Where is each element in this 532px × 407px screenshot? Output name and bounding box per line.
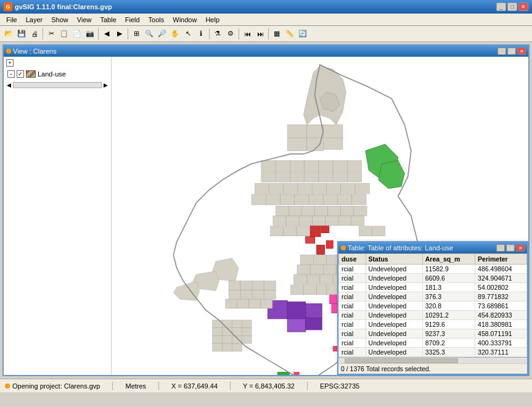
- svg-rect-63: [240, 281, 252, 290]
- tb-open[interactable]: 📂: [2, 28, 15, 40]
- svg-rect-28: [298, 183, 312, 194]
- table-cell: 454.820933: [475, 311, 527, 320]
- svg-rect-108: [300, 255, 313, 265]
- svg-rect-40: [352, 194, 366, 205]
- svg-rect-95: [354, 206, 367, 216]
- view-minimize[interactable]: _: [497, 47, 506, 55]
- close-button[interactable]: ✕: [518, 2, 528, 11]
- tb-select[interactable]: ↖: [182, 28, 194, 40]
- table-cell: 320.8: [422, 302, 475, 311]
- menu-table[interactable]: Table: [96, 15, 120, 24]
- svg-rect-91: [301, 206, 314, 216]
- scroll-right[interactable]: ▶: [103, 81, 108, 89]
- table-cell: Undeveloped: [366, 320, 422, 329]
- svg-rect-62: [229, 281, 240, 290]
- table-cell: 376.3: [422, 292, 475, 302]
- layer-scroll: ◀ ▶: [6, 81, 108, 89]
- svg-rect-50: [287, 302, 306, 318]
- tb-measure[interactable]: 📏: [284, 28, 296, 40]
- svg-rect-25: [255, 183, 269, 194]
- table-scrollbar-x[interactable]: [338, 357, 527, 363]
- svg-rect-82: [213, 335, 223, 343]
- svg-rect-23: [333, 171, 347, 182]
- menu-field[interactable]: Field: [121, 15, 144, 24]
- svg-rect-127: [304, 285, 317, 295]
- attr-table: duse Status Area_sq_m Perimeter rcialUnd…: [338, 253, 527, 357]
- tb-info[interactable]: ℹ: [195, 28, 207, 40]
- table-row: rcialUndeveloped10291.2454.820933: [339, 311, 527, 320]
- table-cell: Undeveloped: [366, 339, 422, 348]
- table-cell: 10291.2: [422, 311, 475, 320]
- tb-zoom-out[interactable]: 🔎: [156, 28, 168, 40]
- scroll-left[interactable]: ◀: [6, 81, 12, 89]
- menu-window[interactable]: Window: [169, 15, 200, 24]
- table-cell: 6609.6: [422, 274, 475, 283]
- svg-rect-119: [294, 274, 307, 284]
- tb-forward[interactable]: ▶: [113, 28, 126, 40]
- table-cell: rcial: [339, 292, 366, 302]
- view-controls: _ □ ✕: [497, 47, 526, 55]
- attr-table-dot: [341, 245, 346, 250]
- map-area[interactable]: Table: Table of attributes: Land-use _ □…: [112, 57, 528, 375]
- svg-rect-29: [312, 183, 326, 194]
- tb-save[interactable]: 💾: [15, 28, 28, 40]
- layer-checkbox[interactable]: ✓: [17, 70, 24, 78]
- layer-expand-btn[interactable]: −: [7, 70, 15, 78]
- attr-table-maximize[interactable]: □: [506, 244, 515, 252]
- svg-rect-106: [359, 226, 372, 236]
- tb-refresh[interactable]: 🔄: [297, 28, 309, 40]
- tb-camera[interactable]: 📷: [84, 28, 96, 40]
- toolbar-separator-3: [128, 28, 128, 39]
- tb-pan[interactable]: ✋: [169, 28, 181, 40]
- attr-table-minimize[interactable]: _: [496, 244, 505, 252]
- tb-zoom-in[interactable]: 🔍: [143, 28, 155, 40]
- svg-rect-44: [317, 245, 325, 255]
- maximize-button[interactable]: □: [507, 2, 517, 11]
- menu-file[interactable]: File: [2, 15, 21, 24]
- tb-print[interactable]: 🖨: [28, 28, 41, 40]
- status-project: Opening project: Clarens.gvp: [5, 382, 100, 390]
- menu-show[interactable]: Show: [47, 15, 72, 24]
- svg-rect-83: [223, 335, 232, 343]
- table-row: rcialUndeveloped376.389.771832: [339, 292, 527, 302]
- layer-name: Land-use: [38, 70, 66, 78]
- status-units: Metres: [125, 382, 146, 390]
- tb-nav-prev[interactable]: ⏮: [241, 28, 253, 40]
- col-area[interactable]: Area_sq_m: [422, 254, 475, 265]
- tb-cut[interactable]: ✂: [45, 28, 57, 40]
- menu-layer[interactable]: Layer: [22, 15, 47, 24]
- svg-rect-99: [312, 216, 325, 226]
- tb-paste[interactable]: 📄: [71, 28, 83, 40]
- minimize-button[interactable]: _: [496, 2, 506, 11]
- tb-settings[interactable]: ⚙: [224, 28, 237, 40]
- status-x: X = 637,649.44: [171, 382, 218, 390]
- menu-tools[interactable]: Tools: [145, 15, 168, 24]
- view-maximize[interactable]: □: [507, 47, 516, 55]
- table-scroll[interactable]: duse Status Area_sq_m Perimeter rcialUnd…: [338, 253, 527, 357]
- status-div-1: [112, 382, 113, 390]
- col-status[interactable]: Status: [366, 254, 422, 265]
- tb-copy[interactable]: 📋: [58, 28, 70, 40]
- attr-table-close[interactable]: ✕: [516, 244, 525, 252]
- expand-button[interactable]: +: [6, 59, 14, 67]
- table-cell: 11582.9: [422, 265, 475, 274]
- attr-table-titlebar: Table: Table of attributes: Land-use _ □…: [338, 242, 527, 253]
- scroll-track[interactable]: [13, 82, 102, 88]
- view-close[interactable]: ✕: [517, 47, 526, 55]
- tb-grid[interactable]: ▦: [271, 28, 283, 40]
- tb-nav-next[interactable]: ⏭: [254, 28, 266, 40]
- col-perimeter[interactable]: Perimeter: [475, 254, 527, 265]
- col-duse[interactable]: duse: [339, 254, 366, 265]
- tb-zoom-full[interactable]: ⊞: [130, 28, 142, 40]
- table-cell: Undeveloped: [366, 302, 422, 311]
- svg-rect-30: [327, 183, 341, 194]
- status-div-4: [307, 382, 308, 390]
- menu-help[interactable]: Help: [202, 15, 223, 24]
- tb-back[interactable]: ◀: [100, 28, 113, 40]
- svg-rect-33: [252, 194, 266, 205]
- tb-filter[interactable]: ⚗: [211, 28, 224, 40]
- menu-view[interactable]: View: [73, 15, 96, 24]
- svg-rect-98: [299, 216, 312, 226]
- svg-rect-18: [261, 171, 276, 182]
- table-cell: rcial: [339, 274, 366, 283]
